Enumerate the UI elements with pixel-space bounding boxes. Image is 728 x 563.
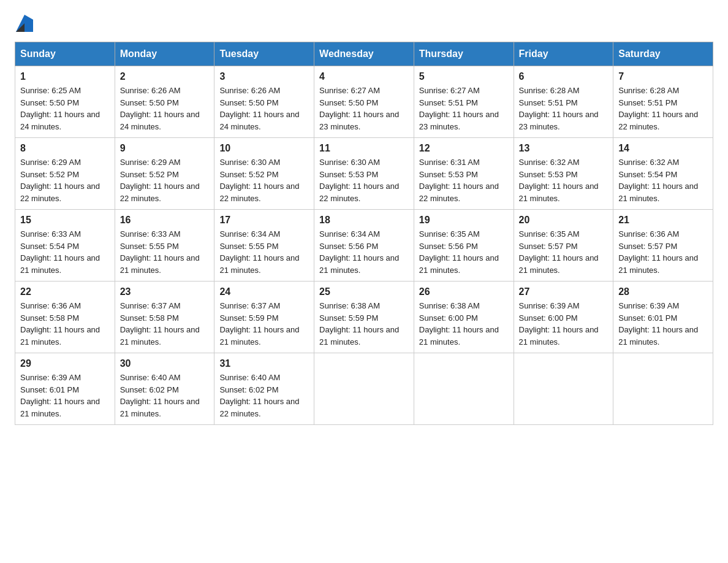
day-info: Sunrise: 6:28 AMSunset: 5:51 PMDaylight:… xyxy=(618,85,708,132)
calendar-cell: 8Sunrise: 6:29 AMSunset: 5:52 PMDaylight… xyxy=(15,138,115,210)
calendar-cell: 5Sunrise: 6:27 AMSunset: 5:51 PMDaylight… xyxy=(414,66,514,138)
calendar-cell: 6Sunrise: 6:28 AMSunset: 5:51 PMDaylight… xyxy=(514,66,613,138)
calendar-cell: 4Sunrise: 6:27 AMSunset: 5:50 PMDaylight… xyxy=(314,66,414,138)
calendar-week-row: 29Sunrise: 6:39 AMSunset: 6:01 PMDayligh… xyxy=(15,353,713,425)
day-info: Sunrise: 6:32 AMSunset: 5:53 PMDaylight:… xyxy=(519,156,609,204)
calendar-cell: 12Sunrise: 6:31 AMSunset: 5:53 PMDayligh… xyxy=(414,138,514,210)
calendar-cell xyxy=(514,353,613,425)
day-number: 1 xyxy=(20,71,110,82)
day-info: Sunrise: 6:34 AMSunset: 5:56 PMDaylight:… xyxy=(319,228,409,276)
header-thursday: Thursday xyxy=(414,42,514,66)
calendar-cell: 2Sunrise: 6:26 AMSunset: 5:50 PMDaylight… xyxy=(115,66,214,138)
day-info: Sunrise: 6:30 AMSunset: 5:52 PMDaylight:… xyxy=(219,156,309,204)
header-sunday: Sunday xyxy=(15,42,115,66)
calendar-cell: 24Sunrise: 6:37 AMSunset: 5:59 PMDayligh… xyxy=(214,282,314,353)
day-number: 24 xyxy=(219,286,309,297)
calendar-cell: 29Sunrise: 6:39 AMSunset: 6:01 PMDayligh… xyxy=(15,353,115,425)
page-header xyxy=(15,15,713,29)
day-number: 27 xyxy=(519,286,609,297)
calendar-cell: 7Sunrise: 6:28 AMSunset: 5:51 PMDaylight… xyxy=(613,66,713,138)
day-number: 3 xyxy=(219,71,309,82)
day-number: 2 xyxy=(120,71,210,82)
day-number: 30 xyxy=(120,358,210,369)
day-info: Sunrise: 6:33 AMSunset: 5:55 PMDaylight:… xyxy=(120,228,210,276)
logo-icon xyxy=(16,15,33,32)
calendar-cell: 21Sunrise: 6:36 AMSunset: 5:57 PMDayligh… xyxy=(613,210,713,282)
day-info: Sunrise: 6:27 AMSunset: 5:50 PMDaylight:… xyxy=(319,85,409,132)
calendar-cell: 3Sunrise: 6:26 AMSunset: 5:50 PMDaylight… xyxy=(214,66,314,138)
calendar-cell: 27Sunrise: 6:39 AMSunset: 6:00 PMDayligh… xyxy=(514,282,613,353)
day-number: 28 xyxy=(618,286,708,297)
calendar-cell: 28Sunrise: 6:39 AMSunset: 6:01 PMDayligh… xyxy=(613,282,713,353)
day-number: 11 xyxy=(319,143,409,154)
calendar-cell xyxy=(414,353,514,425)
day-number: 12 xyxy=(419,143,509,154)
calendar-cell: 26Sunrise: 6:38 AMSunset: 6:00 PMDayligh… xyxy=(414,282,514,353)
day-number: 15 xyxy=(20,215,110,226)
day-info: Sunrise: 6:29 AMSunset: 5:52 PMDaylight:… xyxy=(20,156,110,204)
day-number: 16 xyxy=(120,215,210,226)
day-number: 13 xyxy=(519,143,609,154)
day-info: Sunrise: 6:29 AMSunset: 5:52 PMDaylight:… xyxy=(120,156,210,204)
header-friday: Friday xyxy=(514,42,613,66)
day-info: Sunrise: 6:26 AMSunset: 5:50 PMDaylight:… xyxy=(219,85,309,132)
day-number: 31 xyxy=(219,358,309,369)
day-number: 17 xyxy=(219,215,309,226)
calendar-cell: 11Sunrise: 6:30 AMSunset: 5:53 PMDayligh… xyxy=(314,138,414,210)
calendar-week-row: 15Sunrise: 6:33 AMSunset: 5:54 PMDayligh… xyxy=(15,210,713,282)
calendar-cell: 17Sunrise: 6:34 AMSunset: 5:55 PMDayligh… xyxy=(214,210,314,282)
day-number: 10 xyxy=(219,143,309,154)
day-number: 9 xyxy=(120,143,210,154)
day-info: Sunrise: 6:39 AMSunset: 6:00 PMDaylight:… xyxy=(519,300,609,348)
calendar-week-row: 1Sunrise: 6:25 AMSunset: 5:50 PMDaylight… xyxy=(15,66,713,138)
day-number: 29 xyxy=(20,358,110,369)
calendar-cell: 1Sunrise: 6:25 AMSunset: 5:50 PMDaylight… xyxy=(15,66,115,138)
day-info: Sunrise: 6:40 AMSunset: 6:02 PMDaylight:… xyxy=(219,372,309,419)
calendar-cell: 20Sunrise: 6:35 AMSunset: 5:57 PMDayligh… xyxy=(514,210,613,282)
day-info: Sunrise: 6:37 AMSunset: 5:59 PMDaylight:… xyxy=(219,300,309,348)
day-number: 8 xyxy=(20,143,110,154)
day-info: Sunrise: 6:36 AMSunset: 5:57 PMDaylight:… xyxy=(618,228,708,276)
day-info: Sunrise: 6:35 AMSunset: 5:56 PMDaylight:… xyxy=(419,228,509,276)
day-number: 4 xyxy=(319,71,409,82)
day-number: 22 xyxy=(20,286,110,297)
day-info: Sunrise: 6:39 AMSunset: 6:01 PMDaylight:… xyxy=(20,372,110,419)
calendar-table: Sunday Monday Tuesday Wednesday Thursday… xyxy=(15,42,713,425)
day-info: Sunrise: 6:38 AMSunset: 6:00 PMDaylight:… xyxy=(419,300,509,348)
day-info: Sunrise: 6:30 AMSunset: 5:53 PMDaylight:… xyxy=(319,156,409,204)
day-info: Sunrise: 6:32 AMSunset: 5:54 PMDaylight:… xyxy=(618,156,708,204)
day-info: Sunrise: 6:31 AMSunset: 5:53 PMDaylight:… xyxy=(419,156,509,204)
day-number: 21 xyxy=(618,215,708,226)
day-info: Sunrise: 6:34 AMSunset: 5:55 PMDaylight:… xyxy=(219,228,309,276)
day-number: 5 xyxy=(419,71,509,82)
day-number: 6 xyxy=(519,71,609,82)
day-number: 20 xyxy=(519,215,609,226)
header-monday: Monday xyxy=(115,42,214,66)
day-info: Sunrise: 6:40 AMSunset: 6:02 PMDaylight:… xyxy=(120,372,210,419)
day-info: Sunrise: 6:27 AMSunset: 5:51 PMDaylight:… xyxy=(419,85,509,132)
calendar-cell: 9Sunrise: 6:29 AMSunset: 5:52 PMDaylight… xyxy=(115,138,214,210)
day-number: 19 xyxy=(419,215,509,226)
day-number: 7 xyxy=(618,71,708,82)
logo xyxy=(15,15,34,29)
calendar-cell: 15Sunrise: 6:33 AMSunset: 5:54 PMDayligh… xyxy=(15,210,115,282)
calendar-cell: 18Sunrise: 6:34 AMSunset: 5:56 PMDayligh… xyxy=(314,210,414,282)
calendar-cell: 25Sunrise: 6:38 AMSunset: 5:59 PMDayligh… xyxy=(314,282,414,353)
calendar-cell: 31Sunrise: 6:40 AMSunset: 6:02 PMDayligh… xyxy=(214,353,314,425)
day-number: 14 xyxy=(618,143,708,154)
day-info: Sunrise: 6:39 AMSunset: 6:01 PMDaylight:… xyxy=(618,300,708,348)
day-number: 23 xyxy=(120,286,210,297)
calendar-cell: 14Sunrise: 6:32 AMSunset: 5:54 PMDayligh… xyxy=(613,138,713,210)
day-info: Sunrise: 6:25 AMSunset: 5:50 PMDaylight:… xyxy=(20,85,110,132)
calendar-week-row: 22Sunrise: 6:36 AMSunset: 5:58 PMDayligh… xyxy=(15,282,713,353)
calendar-cell: 23Sunrise: 6:37 AMSunset: 5:58 PMDayligh… xyxy=(115,282,214,353)
day-info: Sunrise: 6:36 AMSunset: 5:58 PMDaylight:… xyxy=(20,300,110,348)
day-info: Sunrise: 6:37 AMSunset: 5:58 PMDaylight:… xyxy=(120,300,210,348)
calendar-cell xyxy=(613,353,713,425)
day-info: Sunrise: 6:35 AMSunset: 5:57 PMDaylight:… xyxy=(519,228,609,276)
day-number: 25 xyxy=(319,286,409,297)
day-info: Sunrise: 6:28 AMSunset: 5:51 PMDaylight:… xyxy=(519,85,609,132)
day-number: 18 xyxy=(319,215,409,226)
calendar-week-row: 8Sunrise: 6:29 AMSunset: 5:52 PMDaylight… xyxy=(15,138,713,210)
weekday-header-row: Sunday Monday Tuesday Wednesday Thursday… xyxy=(15,42,713,66)
